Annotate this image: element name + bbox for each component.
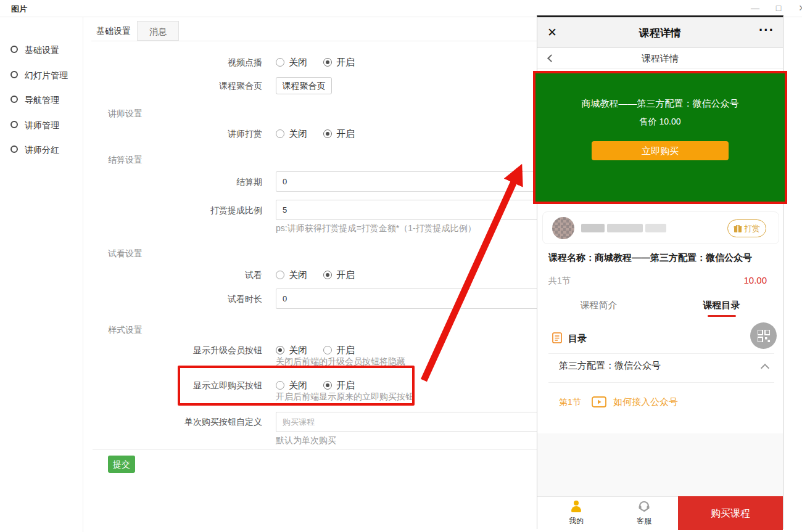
radio-icon xyxy=(276,381,284,390)
radio-icon xyxy=(323,58,332,67)
upgrade-button-helper: 关闭后前端的升级会员按钮将隐藏 xyxy=(276,356,405,367)
radio-off[interactable]: 关闭 xyxy=(276,128,307,140)
gift-icon xyxy=(734,224,742,233)
tabbar-item-service[interactable]: 客服 xyxy=(622,501,666,526)
course-banner: 商城教程——第三方配置：微信公众号 售价 10.00 立即购买 xyxy=(533,71,787,204)
settlement-period-input[interactable] xyxy=(276,171,545,192)
tab-course-catalog[interactable]: 课程目录 xyxy=(660,300,783,311)
reward-ratio-helper: ps:讲师获得打赏提成=打赏金额*（1-打赏提成比例） xyxy=(276,223,476,234)
tabbar-item-mine[interactable]: 我的 xyxy=(555,501,598,526)
sidebar-item-teachers[interactable]: 讲师管理 xyxy=(0,116,83,134)
blurred-name-block xyxy=(645,224,666,232)
single-buy-input[interactable] xyxy=(276,412,545,432)
field-label-trial-duration: 试看时长 xyxy=(93,294,262,305)
sidebar-item-basic-settings[interactable]: 基础设置 xyxy=(0,41,83,59)
form-divider xyxy=(93,449,545,450)
sections-count: 共1节 xyxy=(548,276,571,287)
radio-on[interactable]: 开启 xyxy=(323,128,355,140)
sidebar-item-label: 讲师分红 xyxy=(25,145,59,156)
lesson-number: 第1节 xyxy=(559,397,581,408)
more-icon[interactable]: ··· xyxy=(759,22,774,38)
qrcode-icon xyxy=(758,330,770,342)
field-label-single-buy: 单次购买按钮自定义 xyxy=(93,417,262,428)
radio-group-teacher-reward: 关闭 开启 xyxy=(276,128,355,139)
radio-icon xyxy=(323,346,332,354)
tab-course-intro[interactable]: 课程简介 xyxy=(537,300,660,311)
circle-icon xyxy=(10,71,18,78)
catalog-header: 目录 xyxy=(568,333,587,345)
headset-icon xyxy=(638,501,650,513)
blurred-name-block xyxy=(607,224,643,232)
banner-price: 售价 10.00 xyxy=(535,117,785,128)
field-label-upgrade-button: 显示升级会员按钮 xyxy=(93,345,262,356)
circle-icon xyxy=(10,145,18,153)
circle-icon xyxy=(10,121,18,128)
tab-basic-settings[interactable]: 基础设置 xyxy=(91,21,136,41)
radio-icon xyxy=(276,346,284,354)
minimize-icon[interactable]: — xyxy=(748,1,763,15)
radio-icon xyxy=(276,58,284,67)
radio-group-trial: 关闭 开启 xyxy=(276,269,355,280)
field-label-aggregation: 课程聚合页 xyxy=(93,81,262,92)
radio-off[interactable]: 关闭 xyxy=(276,269,307,281)
phone-tabbar: 我的 客服 购买课程 xyxy=(537,496,783,530)
list-divider xyxy=(548,382,774,383)
phone-page-title: 课程详情 xyxy=(537,26,783,40)
field-label-settlement-period: 结算期 xyxy=(93,177,262,188)
field-label-video-vod: 视频点播 xyxy=(93,57,262,68)
phone-sub-title: 课程详情 xyxy=(537,53,783,65)
tabs-divider xyxy=(91,41,545,41)
field-label-teacher-reward: 讲师打赏 xyxy=(93,129,262,140)
close-icon[interactable]: ✕ xyxy=(795,1,802,15)
section-teacher-settings: 讲师设置 xyxy=(108,108,143,120)
tabbar-label: 我的 xyxy=(555,516,598,526)
aggregation-page-button[interactable]: 课程聚合页 xyxy=(276,77,332,94)
reward-ratio-input[interactable] xyxy=(276,200,545,220)
radio-on[interactable]: 开启 xyxy=(323,345,355,356)
active-tab-underline xyxy=(708,315,736,317)
radio-group-video-vod: 关闭 开启 xyxy=(276,57,355,68)
screen: 图片 — □ ✕ 基础设置 幻灯片管理 导航管理 讲师管理 讲师分红 基础设置 … xyxy=(0,0,802,532)
sidebar-item-navigation[interactable]: 导航管理 xyxy=(0,91,83,109)
submit-button[interactable]: 提交 xyxy=(108,456,135,473)
radio-off[interactable]: 关闭 xyxy=(276,380,307,391)
radio-icon xyxy=(323,129,332,138)
phone-subheader: 课程详情 xyxy=(537,48,783,69)
trial-duration-input[interactable] xyxy=(276,289,545,309)
person-icon xyxy=(570,501,582,513)
qrcode-button[interactable] xyxy=(750,322,777,349)
radio-icon xyxy=(323,381,332,390)
course-name-line: 课程名称：商城教程——第三方配置：微信公众号 xyxy=(548,252,752,264)
section-style-settings: 样式设置 xyxy=(108,325,143,336)
radio-on[interactable]: 开启 xyxy=(323,380,355,391)
phone-preview: ✕ 课程详情 ··· 课程详情 商城教程——第三方配置：微信公众号 售价 10.… xyxy=(537,15,783,529)
circle-icon xyxy=(10,96,18,103)
reward-button[interactable]: 打赏 xyxy=(727,219,766,237)
radio-off[interactable]: 关闭 xyxy=(276,57,307,68)
radio-icon xyxy=(276,129,284,138)
sidebar-item-teacher-dividend[interactable]: 讲师分红 xyxy=(0,141,83,159)
radio-on[interactable]: 开启 xyxy=(323,57,355,68)
radio-group-upgrade-button: 关闭 开启 xyxy=(276,345,355,356)
chevron-up-icon[interactable] xyxy=(761,364,769,372)
window-title: 图片 xyxy=(11,4,27,15)
purchase-course-button[interactable]: 购买课程 xyxy=(678,496,783,530)
field-label-reward-ratio: 打赏提成比例 xyxy=(93,205,262,216)
radio-off[interactable]: 关闭 xyxy=(276,345,307,356)
buy-now-button[interactable]: 立即购买 xyxy=(592,141,729,160)
video-play-icon xyxy=(592,396,606,409)
sidebar-item-slides[interactable]: 幻灯片管理 xyxy=(0,66,83,84)
radio-on[interactable]: 开启 xyxy=(323,269,355,281)
lesson-title[interactable]: 如何接入公众号 xyxy=(613,396,678,408)
document-icon xyxy=(552,332,562,345)
circle-icon xyxy=(10,46,18,53)
chapter-title: 第三方配置：微信公众号 xyxy=(559,360,661,372)
tab-messages[interactable]: 消息 xyxy=(137,21,179,41)
course-price: 10.00 xyxy=(743,275,767,285)
maximize-icon[interactable]: □ xyxy=(771,1,786,15)
radio-icon xyxy=(276,271,284,279)
avatar xyxy=(552,217,574,239)
radio-group-buy-button: 关闭 开启 xyxy=(276,380,355,391)
field-label-trial: 试看 xyxy=(93,270,262,281)
sidebar-item-label: 基础设置 xyxy=(25,45,59,56)
